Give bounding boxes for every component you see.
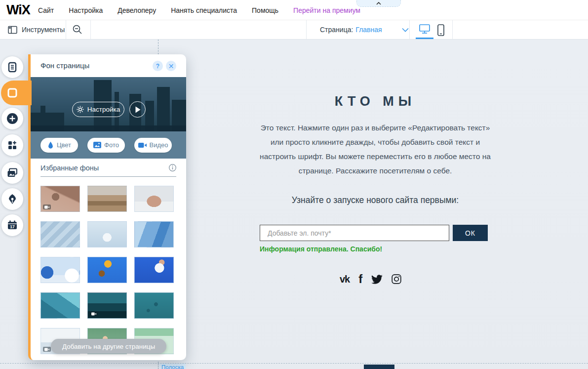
featured-backgrounds-header: Избранные фоны (40, 164, 176, 177)
collapse-header-tab[interactable] (356, 0, 401, 7)
menu-item-hire-pro[interactable]: Нанять специалиста (171, 6, 237, 14)
background-type-tabs: Цвет Фото Видео (31, 131, 186, 159)
pages-icon (7, 62, 17, 73)
close-icon[interactable]: ✕ (166, 61, 176, 71)
skyline-shape (31, 125, 186, 131)
tab-color[interactable]: Цвет (40, 138, 78, 153)
upgrade-premium-link[interactable]: Перейти на премиум (293, 6, 360, 14)
desktop-icon (419, 23, 431, 35)
background-thumbnail[interactable] (87, 257, 127, 283)
play-button[interactable] (129, 101, 146, 118)
apply-other-pages-button[interactable]: Добавить на другие страницы (51, 339, 166, 354)
gear-icon (77, 106, 84, 113)
main-menu: Сайт Настройка Девелоперу Нанять специал… (38, 0, 360, 20)
footer-strip-element[interactable] (364, 365, 394, 369)
add-apps-icon (7, 140, 17, 150)
background-thumbnail[interactable] (40, 257, 80, 283)
video-camera-icon (138, 142, 147, 148)
calendar-icon: 17 (7, 220, 18, 231)
email-input[interactable] (260, 225, 449, 241)
video-badge-icon (43, 205, 51, 209)
tab-video[interactable]: Видео (134, 138, 172, 153)
page-title[interactable]: КТО МЫ (212, 94, 538, 109)
sidebar-item-add-apps[interactable] (1, 134, 23, 156)
skyline-shape (157, 87, 170, 131)
panel-header: Фон страницы ? ✕ (31, 54, 186, 77)
desktop-view-button[interactable] (416, 23, 433, 36)
background-thumbnail[interactable] (134, 186, 174, 212)
background-thumbnail[interactable] (87, 221, 127, 247)
background-settings-button[interactable]: Настройка (72, 102, 124, 117)
menu-item-help[interactable]: Помощь (252, 6, 278, 14)
section-guide-line (158, 40, 158, 54)
subscribe-heading[interactable]: Узнайте о запуске нового сайта первыми: (212, 195, 538, 205)
ok-button[interactable]: ОК (453, 225, 488, 241)
photo-icon (93, 142, 101, 148)
sidebar-item-bookings[interactable]: 17 (1, 214, 23, 236)
background-thumbnail-grid (40, 186, 176, 354)
page-body-text[interactable]: Это текст. Нажмите один раз и выберите «… (257, 121, 494, 178)
background-preview: Настройка (31, 77, 186, 131)
panels-icon (8, 26, 17, 34)
sidebar-item-background[interactable] (7, 88, 17, 100)
help-button[interactable]: ? (153, 61, 163, 71)
toolbar-separator (90, 20, 91, 39)
menu-item-site[interactable]: Сайт (38, 6, 54, 14)
zoom-out-button[interactable] (72, 24, 84, 36)
twitter-icon[interactable] (371, 275, 383, 284)
color-drop-icon (47, 141, 54, 149)
media-icon (7, 168, 18, 178)
facebook-icon[interactable]: f (358, 274, 362, 285)
sidebar-item-design[interactable] (1, 188, 23, 210)
background-thumbnail[interactable] (134, 292, 174, 319)
current-page-name: Главная (355, 26, 382, 34)
menu-item-developer[interactable]: Девелоперу (118, 6, 156, 14)
section-title: Избранные фоны (40, 164, 99, 172)
social-icons-row: vk f (340, 272, 401, 287)
background-thumbnail[interactable] (40, 292, 80, 319)
menu-item-settings[interactable]: Настройка (69, 6, 103, 14)
sidebar-item-media[interactable] (1, 162, 23, 184)
page-selector-dropdown[interactable]: Страница: Главная (320, 20, 409, 39)
section-boundary-line (0, 363, 588, 364)
tab-photo[interactable]: Фото (87, 138, 125, 153)
toolbar-separator (306, 20, 307, 39)
info-icon[interactable] (169, 164, 176, 173)
section-guide-line (158, 362, 158, 369)
sidebar-item-pages[interactable] (1, 56, 23, 78)
zoom-out-icon (72, 24, 83, 35)
background-thumbnail[interactable] (134, 257, 174, 283)
video-badge-icon (43, 347, 51, 352)
chevron-up-icon (376, 2, 381, 5)
background-thumbnail[interactable] (40, 186, 80, 212)
background-thumbnail[interactable] (87, 292, 127, 319)
mobile-view-button[interactable] (437, 24, 448, 36)
mobile-icon (437, 24, 444, 36)
page-background-panel: Фон страницы ? ✕ Настройка (28, 54, 186, 360)
plus-icon (6, 113, 18, 124)
instagram-icon[interactable] (392, 274, 401, 284)
active-view-underline (416, 38, 433, 39)
chevron-down-icon (402, 28, 409, 32)
svg-text:17: 17 (10, 224, 15, 229)
wix-logo: WiX (6, 2, 30, 18)
tools-button[interactable]: Инструменты (8, 20, 65, 39)
pen-nib-icon (8, 194, 17, 205)
wix-editor: WiX Сайт Настройка Девелоперу Нанять спе… (0, 0, 588, 369)
toolbar-separator (452, 20, 453, 39)
background-thumbnail[interactable] (134, 221, 174, 247)
background-thumbnail[interactable] (87, 186, 127, 212)
background-icon (7, 88, 17, 98)
toolbar-separator (66, 20, 66, 39)
sidebar-item-add-element[interactable] (1, 108, 23, 129)
top-menu-bar: WiX Сайт Настройка Девелоперу Нанять спе… (0, 0, 588, 20)
editor-toolbar: Инструменты Страница: Главная (0, 20, 588, 40)
toolbar-separator (409, 20, 410, 39)
strip-element-label[interactable]: Полоска (159, 364, 186, 369)
video-badge-icon (90, 311, 98, 316)
background-thumbnail[interactable] (40, 221, 80, 247)
play-icon (135, 106, 141, 113)
panel-title: Фон страницы (40, 54, 89, 77)
vk-icon[interactable]: vk (340, 274, 350, 284)
success-message: Информация отправлена. Спасибо! (260, 245, 457, 253)
